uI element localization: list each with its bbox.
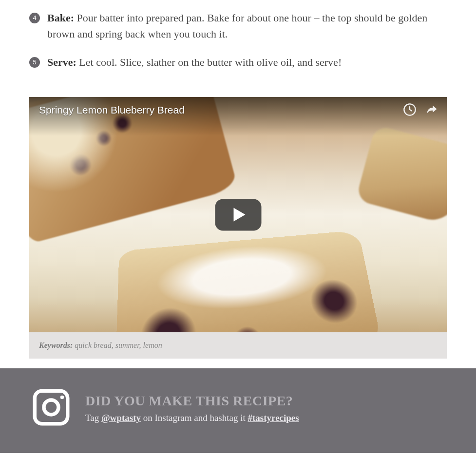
- step-item: 5 Serve: Let cool. Slice, slather on the…: [29, 54, 447, 70]
- cta-subtext: Tag @wptasty on Instagram and hashtag it…: [85, 413, 299, 423]
- video-gradient-overlay: [29, 97, 447, 136]
- instagram-icon: [29, 385, 73, 431]
- step-text: Pour batter into prepared pan. Bake for …: [47, 12, 427, 40]
- hashtag-link[interactable]: #tastyrecipes: [248, 413, 299, 423]
- cta-tag-prefix: Tag: [85, 413, 101, 423]
- step-content: Serve: Let cool. Slice, slather on the b…: [47, 54, 342, 70]
- share-icon[interactable]: [424, 103, 439, 118]
- video-controls: [403, 103, 439, 118]
- step-number-badge: 5: [29, 57, 40, 68]
- keywords-bar: Keywords: quick bread, summer, lemon: [29, 332, 447, 359]
- video-embed[interactable]: Springy Lemon Blueberry Bread: [29, 97, 447, 332]
- step-number-badge: 4: [29, 13, 40, 23]
- watch-later-icon[interactable]: [403, 103, 417, 118]
- instagram-handle-link[interactable]: @wptasty: [101, 413, 141, 423]
- cta-tag-mid: on Instagram and hashtag it: [141, 413, 248, 423]
- video-title[interactable]: Springy Lemon Blueberry Bread: [39, 104, 185, 116]
- cta-heading: DID YOU MAKE THIS RECIPE?: [85, 393, 299, 409]
- play-button[interactable]: [215, 199, 261, 230]
- cta-footer: DID YOU MAKE THIS RECIPE? Tag @wptasty o…: [0, 368, 476, 453]
- cta-text-block: DID YOU MAKE THIS RECIPE? Tag @wptasty o…: [85, 393, 299, 423]
- recipe-steps: 4 Bake: Pour batter into prepared pan. B…: [29, 0, 447, 97]
- step-content: Bake: Pour batter into prepared pan. Bak…: [47, 10, 447, 42]
- keywords-label: Keywords:: [39, 341, 73, 349]
- step-label: Bake:: [47, 12, 74, 24]
- keywords-value: quick bread, summer, lemon: [75, 341, 162, 349]
- step-item: 4 Bake: Pour batter into prepared pan. B…: [29, 10, 447, 42]
- step-label: Serve:: [47, 56, 76, 68]
- step-text: Let cool. Slice, slather on the butter w…: [79, 56, 342, 68]
